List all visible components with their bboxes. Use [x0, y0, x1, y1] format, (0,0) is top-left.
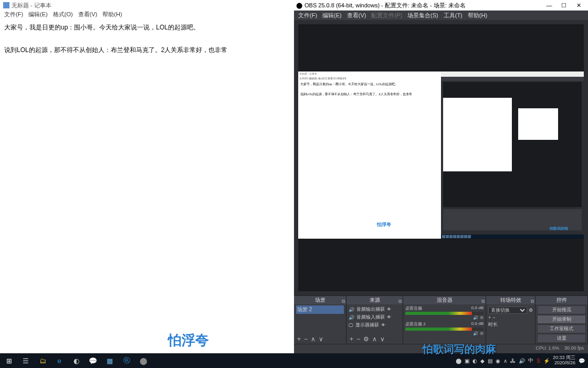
steam-icon[interactable]: ◐ [68, 353, 84, 368]
mini-notepad: 无标题 - 记事本 文件(F) 编辑(E) 格式(O) 查看(V) 帮助(H) … [298, 71, 441, 239]
start-record-button[interactable]: 开始录制 [537, 315, 586, 324]
source-item[interactable]: 🔊音频输出捕获👁 [349, 305, 401, 313]
add-trans-button[interactable]: + [488, 315, 491, 320]
popout-icon[interactable]: ⧉ [342, 297, 345, 305]
gear-icon[interactable]: ⚙ [480, 331, 484, 336]
sources-header[interactable]: 来源⧉ [346, 296, 403, 304]
minimize-button[interactable]: — [542, 2, 556, 9]
channel-db: 0.0 dB [471, 305, 484, 311]
duration-label: 时长 [488, 321, 498, 328]
mini-obs: 怕歌词的纯 [441, 71, 584, 239]
scene-down-button[interactable]: ∨ [319, 335, 323, 343]
scene-item[interactable]: 场景 2 [296, 305, 344, 314]
gear-icon[interactable]: ⚙ [529, 308, 533, 313]
eye-icon[interactable]: 👁 [387, 307, 391, 312]
tray-chevron-up-icon[interactable]: ∧ [503, 358, 507, 364]
tray-icon[interactable]: ◆ [480, 358, 485, 364]
menu-help[interactable]: 帮助(H) [100, 11, 124, 20]
transition-select[interactable]: 直接切换 [488, 306, 527, 314]
app-icon[interactable]: ▦ [102, 353, 118, 368]
obs-menu-tools[interactable]: 工具(T) [444, 12, 463, 19]
add-scene-button[interactable]: + [297, 335, 301, 343]
panel-transitions: 转场特效⧉ 直接切换⚙ +− 时长 [486, 296, 536, 344]
taskview-icon[interactable]: ☰ [18, 353, 34, 368]
settings-button[interactable]: 设置 [537, 334, 586, 343]
remove-trans-button[interactable]: − [492, 315, 495, 320]
scenes-header[interactable]: 场景⧉ [294, 296, 346, 304]
mini-np-title: 无标题 - 记事本 [298, 71, 441, 77]
tray-icon[interactable]: ◐ [472, 358, 477, 364]
maximize-button[interactable]: ☐ [556, 2, 571, 9]
notepad-icon [3, 2, 9, 8]
edge-icon[interactable]: e [51, 353, 67, 368]
channel-name: 桌面音频 2 [405, 321, 426, 327]
ime-indicator[interactable]: 中 [528, 357, 533, 364]
taskbar[interactable]: ⊞ ☰ 🗂 e ◐ 💬 ▦ Ⓚ ⬤ ⬤ ▣ ◐ ◆ ▤ ◉ ∧ 🖧 🔊 中 S … [0, 353, 588, 368]
explorer-icon[interactable]: 🗂 [35, 353, 50, 368]
wechat-icon[interactable]: 💬 [85, 353, 101, 368]
source-down-button[interactable]: ∨ [380, 335, 385, 343]
scene-up-button[interactable]: ∧ [311, 335, 316, 343]
obs-menu-scene[interactable]: 场景集合(S) [407, 12, 438, 19]
remove-source-button[interactable]: − [356, 335, 360, 343]
menu-file[interactable]: 文件(F) [2, 11, 25, 20]
taskbar-clock[interactable]: 20:33 周三 2020/8/26 [553, 355, 575, 366]
notepad-menubar[interactable]: 文件(F) 编辑(E) 格式(O) 查看(V) 帮助(H) [0, 11, 294, 20]
popout-icon[interactable]: ⧉ [398, 297, 402, 305]
obs-menu-file[interactable]: 文件(F) [298, 12, 317, 19]
mini-np-menu: 文件(F) 编辑(E) 格式(O) 查看(V) 帮助(H) [298, 77, 441, 81]
battery-icon[interactable]: ⚡ [543, 358, 550, 364]
menu-format[interactable]: 格式(O) [51, 11, 75, 20]
obs-menu-profile[interactable]: 配置文件(P) [371, 12, 402, 19]
studio-mode-button[interactable]: 工作室模式 [537, 324, 586, 333]
obs-titlebar[interactable]: ⬤ OBS 25.0.8 (64-bit, windows) - 配置文件: 未… [294, 0, 588, 11]
mute-icon[interactable]: 🔊 [473, 331, 478, 336]
tray-icon[interactable]: ▤ [488, 358, 492, 364]
obs-menu-help[interactable]: 帮助(H) [468, 12, 487, 19]
obs-window: ⬤ OBS 25.0.8 (64-bit, windows) - 配置文件: 未… [294, 0, 588, 353]
gear-icon[interactable]: ⚙ [480, 315, 484, 320]
remove-scene-button[interactable]: − [304, 335, 308, 343]
popout-icon[interactable]: ⧉ [531, 297, 534, 305]
menu-edit[interactable]: 编辑(E) [26, 11, 50, 20]
ctrl-header[interactable]: 控件 [536, 296, 587, 304]
notepad-title: 无标题 - 记事本 [12, 2, 51, 9]
status-cpu: CPU: 1.6% [536, 345, 559, 352]
close-button[interactable]: ✕ [571, 2, 586, 9]
obs-menubar[interactable]: 文件(F) 编辑(E) 查看(V) 配置文件(P) 场景集合(S) 工具(T) … [294, 11, 588, 20]
notification-icon[interactable]: 💬 [579, 358, 585, 364]
mixer-header[interactable]: 混音器⧉ [403, 296, 486, 304]
speaker-icon: 🔊 [349, 307, 354, 312]
tray-icon[interactable]: S [537, 358, 540, 364]
panel-sources: 来源⧉ 🔊音频输出捕获👁 🔊音频输入捕获👁 🖵显示器捕获👁 + − ⚙ ∧ ∨ [346, 296, 403, 344]
network-icon[interactable]: 🖧 [510, 358, 516, 364]
menu-view[interactable]: 查看(V) [76, 11, 100, 20]
source-settings-button[interactable]: ⚙ [363, 335, 369, 343]
mini-text-1: 大家号，我是日更的up：围小哥。今天给大家说一说，LOL的起源吧。 [300, 82, 439, 87]
start-stream-button[interactable]: 开始推流 [537, 305, 586, 314]
obs-preview[interactable]: 无标题 - 记事本 文件(F) 编辑(E) 格式(O) 查看(V) 帮助(H) … [298, 24, 584, 291]
eye-icon[interactable]: 👁 [387, 315, 391, 320]
trans-header[interactable]: 转场特效⧉ [486, 296, 535, 304]
obs-taskbar-icon[interactable]: ⬤ [135, 353, 151, 368]
notepad-textarea[interactable]: 大家号，我是日更的up：围小哥。今天给大家说一说，LOL的起源吧。 说到LOL的… [0, 20, 294, 353]
source-item[interactable]: 🔊音频输入捕获👁 [349, 313, 401, 321]
text-line-1: 大家号，我是日更的up：围小哥。今天给大家说一说，LOL的起源吧。 [4, 22, 290, 34]
notepad-titlebar[interactable]: 无标题 - 记事本 [0, 0, 294, 11]
kugou-icon[interactable]: Ⓚ [119, 353, 134, 368]
tray-icon[interactable]: ⬤ [456, 358, 461, 364]
mixer-channel: 桌面音频0.0 dB 🔊⚙ [405, 305, 484, 320]
add-source-button[interactable]: + [350, 335, 353, 343]
speaker-icon: 🔊 [349, 315, 354, 320]
popout-icon[interactable]: ⧉ [481, 297, 485, 305]
source-item[interactable]: 🖵显示器捕获👁 [349, 321, 401, 329]
tray-icon[interactable]: ▣ [465, 358, 469, 364]
eye-icon[interactable]: 👁 [381, 323, 385, 328]
mute-icon[interactable]: 🔊 [473, 315, 478, 320]
volume-icon[interactable]: 🔊 [519, 358, 525, 364]
obs-menu-view[interactable]: 查看(V) [347, 12, 366, 19]
tray-icon[interactable]: ◉ [496, 358, 500, 364]
source-up-button[interactable]: ∧ [372, 335, 377, 343]
start-button[interactable]: ⊞ [1, 353, 17, 368]
obs-menu-edit[interactable]: 编辑(E) [322, 12, 342, 19]
